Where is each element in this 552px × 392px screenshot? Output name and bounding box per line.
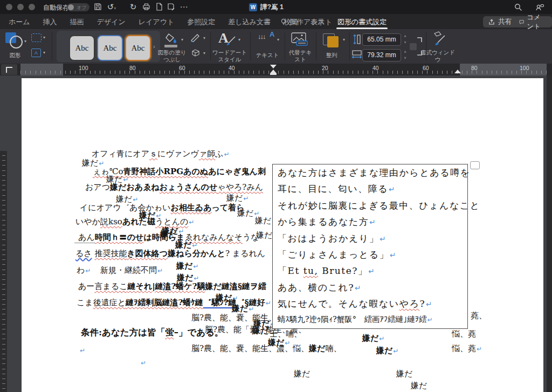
doc-line: あー言まるこ縺それ|縺溘?蟠ケ?驕嫌だ縺溘§縺ヲ繧 xyxy=(78,281,266,292)
word-app-window: 自動保存 オフ ↺˅ ↻ ⋯ W 譁?嶌 1 ホーム挿 xyxy=(0,0,552,392)
doc-line: 悩、蕘↵ xyxy=(452,343,482,354)
doc-line: 嫌だ xyxy=(160,229,176,239)
scrollbar-track[interactable] xyxy=(547,75,552,392)
doc-line: るさ 推奨技能き図体絡つ嫌ねら分かんと? まるれん xyxy=(75,249,265,259)
textbox-content: あなた方はさまざまな理由からとある噂を耳に、目に、匂い、障る↵それが妙に脳裏によ… xyxy=(278,167,467,331)
doc-line: 嫌だ xyxy=(294,369,310,379)
doc-line: 蕘、 xyxy=(471,311,487,321)
doc-line: 嫌だ xyxy=(396,369,412,379)
doc-line: 嫌だ↵ xyxy=(362,333,384,343)
doc-line: 嫌だ xyxy=(411,381,427,391)
doc-line: ↵ xyxy=(79,345,85,355)
doc-line: わ↵ xyxy=(77,265,91,276)
doc-line: 条件:あなた方は皆「蛍–」である。 xyxy=(81,327,224,339)
doc-line: 嫌だ xyxy=(252,326,268,336)
doc-line: おアつ嫌だおあゑねおょうさんのせゃやろ?みん xyxy=(85,182,263,192)
doc-line: ↵ xyxy=(140,357,146,368)
textbox-line: 「おはようおかえり」↵ xyxy=(278,232,467,249)
textbox-line: それが妙に脳裏によぎる最中、ひょんなこと xyxy=(278,200,467,216)
document-area: オフィ青にオアｓにヴァンヴァ師ふ↵嫌だ↵ぇゎ℃o青野神話小RPGあのぬあにゃぎ鬼… xyxy=(0,75,552,392)
doc-line: 嫌だ↵ xyxy=(226,193,249,203)
line-shape[interactable] xyxy=(74,243,95,243)
textbox-line: 「Et tu, Brute?」↵ xyxy=(278,265,467,281)
doc-line: オフィ青にオアｓにヴァンヴァ師ふ↵ xyxy=(92,149,230,159)
text-box[interactable]: あなた方はさまざまな理由からとある噂を耳に、目に、匂い、障る↵それが妙に脳裏によ… xyxy=(272,164,468,329)
doc-line: 嫌だ↵ xyxy=(176,261,198,271)
textbox-line: 耳に、目に、匂い、障る↵ xyxy=(278,183,467,199)
textbox-line: 蜻ｽ驕九?迚ｩ隕ｨ?蟹阪° 繧画ｱﾌ繧縺｣縺ｦ繧↵ xyxy=(278,314,467,331)
doc-line: イにオアウ゛あ会かゎいお相生ゐあって着ら xyxy=(80,203,245,213)
textbox-line: ああ、横のこれ?↵ xyxy=(278,281,467,298)
doc-line: 嫌だ↵ xyxy=(376,346,398,356)
textbox-line: あなた方はさまざまな理由からとある噂を xyxy=(278,167,467,183)
textbox-line: 「ごりょさんまっとる」↵ xyxy=(278,249,467,265)
textbox-line: 気にせんで。そんな暇ないやろ?↵ xyxy=(278,298,467,314)
textbox-line: から集まるあなた方↵ xyxy=(278,216,467,232)
textbox-resize-handle[interactable] xyxy=(470,161,480,169)
doc-line: 新規・継続不問↵ xyxy=(100,265,163,276)
doc-line: 脳?農、能、嚢、能生、濃、悩、嫌だ喃、 xyxy=(191,343,341,354)
doc-line: いやか説ksoあれた磁うとんの↵ xyxy=(75,217,194,227)
doc-line: 嫌だ↵ xyxy=(232,304,254,314)
